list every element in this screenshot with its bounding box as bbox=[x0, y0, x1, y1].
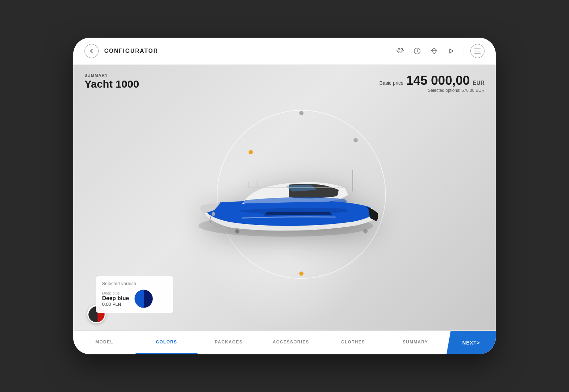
tab-colors[interactable]: COLORS bbox=[136, 331, 198, 354]
header-divider bbox=[463, 47, 463, 55]
varnish-info: Deep blue Deep blue 0,00 PLN bbox=[102, 290, 167, 308]
svg-point-0 bbox=[398, 49, 400, 50]
header-left: CONFIGURATOR bbox=[85, 44, 158, 58]
selected-options-text: Selected options: 570,00 EUR bbox=[380, 88, 484, 93]
tab-packages[interactable]: PACKAGES bbox=[198, 331, 260, 354]
header: CONFIGURATOR bbox=[73, 38, 496, 65]
varnish-price: 0,00 PLN bbox=[102, 302, 129, 307]
boat-image bbox=[180, 148, 398, 247]
nav-tabs: MODEL COLORS PACKAGES ACCESSORIES CLOTHE… bbox=[73, 331, 446, 354]
page-title: CONFIGURATOR bbox=[104, 48, 158, 54]
orbit-dot-bottom[interactable] bbox=[299, 271, 304, 276]
price-overlay: Basic price 145 000,00 EUR Selected opti… bbox=[380, 73, 484, 93]
summary-model: Yacht 1000 bbox=[85, 78, 139, 90]
menu-button[interactable] bbox=[470, 44, 484, 58]
clock-icon[interactable] bbox=[412, 46, 422, 56]
tab-summary[interactable]: SUMMARY bbox=[384, 331, 446, 354]
svg-point-11 bbox=[212, 212, 215, 216]
tab-model[interactable]: MODEL bbox=[73, 331, 136, 354]
summary-overlay: SUMMARY Yacht 1000 bbox=[85, 73, 139, 90]
tab-accessories[interactable]: ACCESSORIES bbox=[260, 331, 322, 354]
basic-price-label: Basic price bbox=[380, 80, 404, 86]
varnish-card: Selected varnish Deep blue Deep blue 0,0… bbox=[96, 276, 173, 313]
back-button[interactable] bbox=[85, 44, 99, 58]
price-currency: EUR bbox=[473, 80, 484, 86]
orbit-dot-top-right[interactable] bbox=[354, 138, 358, 142]
varnish-section-title: Selected varnish bbox=[102, 281, 167, 286]
next-button[interactable]: NEXT> bbox=[446, 331, 496, 354]
varnish-section: Selected varnish Deep blue Deep blue 0,0… bbox=[85, 302, 106, 323]
diamond-icon[interactable] bbox=[429, 46, 439, 56]
svg-point-1 bbox=[401, 49, 403, 50]
device-frame: CONFIGURATOR bbox=[73, 38, 496, 354]
basic-price-value: 145 000,00 bbox=[406, 73, 470, 88]
tab-clothes[interactable]: CLOTHES bbox=[322, 331, 384, 354]
orbit-dot-top[interactable] bbox=[299, 111, 304, 115]
main-scene: SUMMARY Yacht 1000 Basic price 145 000,0… bbox=[73, 65, 496, 330]
varnish-sub-label: Deep blue bbox=[102, 291, 129, 295]
varnish-swatch[interactable] bbox=[135, 290, 153, 308]
price-line: Basic price 145 000,00 EUR bbox=[380, 73, 484, 88]
varnish-name: Deep blue bbox=[102, 295, 129, 302]
bottom-nav: MODEL COLORS PACKAGES ACCESSORIES CLOTHE… bbox=[73, 330, 496, 354]
handshake-icon[interactable] bbox=[395, 46, 405, 56]
header-icons bbox=[395, 44, 484, 58]
summary-label: SUMMARY bbox=[85, 73, 139, 77]
play-icon[interactable] bbox=[446, 46, 456, 56]
boat-svg bbox=[180, 148, 398, 247]
varnish-text: Deep blue Deep blue 0,00 PLN bbox=[102, 291, 129, 307]
